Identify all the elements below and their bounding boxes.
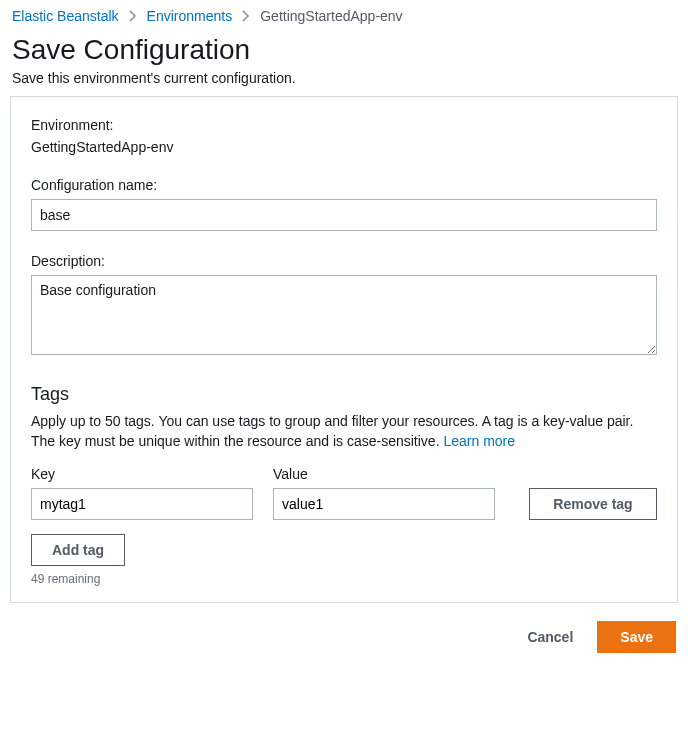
page-subtitle: Save this environment's current configur… [12,70,678,86]
breadcrumb-current: GettingStartedApp-env [260,8,402,24]
chevron-right-icon [242,10,250,22]
cancel-button[interactable]: Cancel [517,623,583,651]
environment-value: GettingStartedApp-env [31,139,657,155]
config-name-input[interactable] [31,199,657,231]
tag-value-input[interactable] [273,488,495,520]
add-tag-button[interactable]: Add tag [31,534,125,566]
tags-description: Apply up to 50 tags. You can use tags to… [31,411,657,452]
description-textarea[interactable] [31,275,657,355]
learn-more-link[interactable]: Learn more [443,433,515,449]
remove-tag-button[interactable]: Remove tag [529,488,657,520]
tag-value-label: Value [273,466,495,482]
breadcrumb-link-environments[interactable]: Environments [147,8,233,24]
save-button[interactable]: Save [597,621,676,653]
tag-key-input[interactable] [31,488,253,520]
breadcrumb-link-service[interactable]: Elastic Beanstalk [12,8,119,24]
page-title: Save Configuration [12,34,678,66]
config-name-label: Configuration name: [31,177,657,193]
tag-key-label: Key [31,466,253,482]
tag-row: Key Value Remove tag [31,466,657,520]
footer-actions: Cancel Save [10,621,678,653]
tags-remaining: 49 remaining [31,572,657,586]
description-label: Description: [31,253,657,269]
config-panel: Environment: GettingStartedApp-env Confi… [10,96,678,603]
tags-heading: Tags [31,384,657,405]
breadcrumb: Elastic Beanstalk Environments GettingSt… [12,8,678,24]
environment-label: Environment: [31,117,657,133]
chevron-right-icon [129,10,137,22]
